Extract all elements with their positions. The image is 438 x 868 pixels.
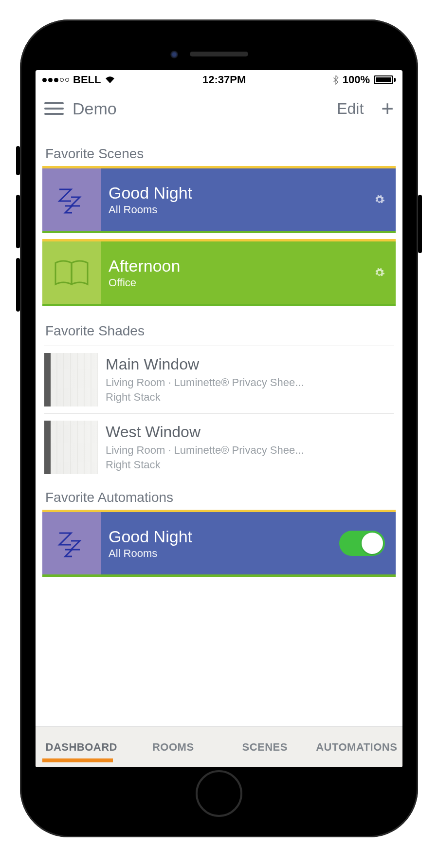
tab-bar: DASHBOARD ROOMS SCENES AUTOMATIONS bbox=[36, 726, 402, 767]
tab-automations[interactable]: AUTOMATIONS bbox=[311, 741, 403, 754]
scene-title: Afternoon bbox=[109, 257, 396, 276]
shade-row-main-window[interactable]: Main Window Living Room · Luminette® Pri… bbox=[44, 346, 394, 414]
automation-toggle[interactable] bbox=[339, 531, 385, 556]
shade-title: Main Window bbox=[106, 355, 394, 373]
speaker-grille bbox=[190, 52, 248, 56]
front-camera bbox=[170, 51, 178, 58]
scene-title: Good Night bbox=[109, 184, 396, 203]
screen: BELL 12:37PM 100% bbox=[36, 70, 402, 767]
section-title-shades: Favorite Shades bbox=[36, 314, 402, 346]
wifi-icon bbox=[105, 76, 115, 84]
add-button[interactable]: + bbox=[381, 98, 394, 119]
content-scroll[interactable]: Favorite Scenes Good Night All Rooms bbox=[36, 128, 402, 726]
shade-detail-line2: Right Stack bbox=[106, 458, 339, 472]
battery-pct-label: 100% bbox=[343, 74, 370, 86]
shade-list: Main Window Living Room · Luminette® Pri… bbox=[44, 346, 394, 481]
battery-icon bbox=[374, 75, 396, 84]
sleep-icon bbox=[42, 512, 101, 574]
sleep-icon bbox=[42, 168, 101, 231]
shade-detail-line1: Living Room · Luminette® Privacy Shee... bbox=[106, 375, 339, 390]
shade-detail-line2: Right Stack bbox=[106, 390, 339, 405]
gear-icon[interactable] bbox=[374, 267, 385, 278]
shade-title: West Window bbox=[106, 423, 394, 441]
volume-up-button bbox=[16, 195, 20, 248]
power-button bbox=[418, 195, 422, 253]
automation-card-good-night[interactable]: Good Night All Rooms bbox=[42, 512, 396, 574]
section-title-scenes: Favorite Scenes bbox=[36, 137, 402, 168]
gear-icon[interactable] bbox=[374, 194, 385, 205]
carrier-label: BELL bbox=[73, 74, 101, 86]
tab-scenes[interactable]: SCENES bbox=[219, 741, 311, 754]
phone-frame: BELL 12:37PM 100% bbox=[20, 19, 418, 837]
page-title: Demo bbox=[73, 99, 328, 118]
toggle-knob bbox=[362, 533, 383, 554]
volume-down-button bbox=[16, 258, 20, 312]
shade-detail-line1: Living Room · Luminette® Privacy Shee... bbox=[106, 443, 339, 458]
clock-label: 12:37PM bbox=[202, 74, 246, 86]
section-title-automations: Favorite Automations bbox=[36, 481, 402, 512]
edit-button[interactable]: Edit bbox=[337, 100, 364, 118]
bluetooth-icon bbox=[333, 75, 339, 85]
scene-card-afternoon[interactable]: Afternoon Office bbox=[42, 241, 396, 304]
scene-subtitle: All Rooms bbox=[109, 203, 396, 216]
menu-button[interactable] bbox=[44, 102, 64, 115]
tab-dashboard[interactable]: DASHBOARD bbox=[36, 741, 128, 754]
nav-bar: Demo Edit + bbox=[36, 90, 402, 128]
scene-subtitle: Office bbox=[109, 277, 396, 289]
mute-switch bbox=[16, 146, 20, 175]
signal-strength-icon bbox=[42, 78, 69, 82]
shade-row-west-window[interactable]: West Window Living Room · Luminette® Pri… bbox=[44, 414, 394, 481]
shade-thumbnail bbox=[44, 421, 98, 474]
shade-thumbnail bbox=[44, 353, 98, 406]
home-button[interactable] bbox=[196, 770, 242, 817]
tab-rooms[interactable]: ROOMS bbox=[128, 741, 219, 754]
scene-card-good-night[interactable]: Good Night All Rooms bbox=[42, 168, 396, 231]
book-icon bbox=[42, 241, 101, 304]
status-bar: BELL 12:37PM 100% bbox=[36, 70, 402, 90]
